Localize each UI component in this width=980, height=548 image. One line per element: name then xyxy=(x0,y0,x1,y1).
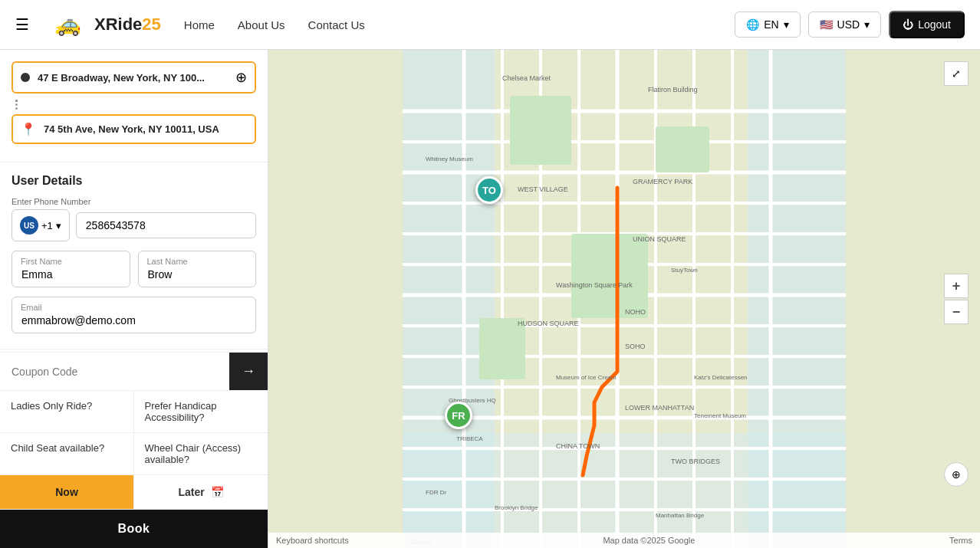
nav-about[interactable]: About Us xyxy=(238,18,285,31)
svg-text:Brooklyn Bridge: Brooklyn Bridge xyxy=(495,504,538,511)
menu-icon[interactable]: ☰ xyxy=(15,15,29,34)
coupon-input[interactable] xyxy=(0,355,229,389)
from-dot-icon xyxy=(21,73,30,82)
email-label: Email xyxy=(21,303,42,312)
flag-icon: US xyxy=(20,216,38,235)
svg-text:TWO BRIDGES: TWO BRIDGES xyxy=(671,458,720,465)
svg-text:Flatiron Building: Flatiron Building xyxy=(648,86,698,94)
map-terms-link[interactable]: Terms xyxy=(949,536,972,545)
logo-text: XRide25 xyxy=(94,15,161,34)
later-label: Later xyxy=(178,486,204,498)
locations-section: 47 E Broadway, New York, NY 100... ⊕ 📍 7… xyxy=(0,50,268,162)
header: ☰ 🚕 XRide25 Home About Us Contact Us 🌐 E… xyxy=(0,0,980,50)
svg-text:FDR Dr: FDR Dr xyxy=(426,489,446,496)
to-marker: TO xyxy=(475,176,503,204)
phone-input[interactable] xyxy=(76,212,256,238)
currency-chevron-icon: ▾ xyxy=(864,18,870,31)
svg-text:CHINA TOWN: CHINA TOWN xyxy=(556,442,600,450)
svg-text:Museum of Ice Cream: Museum of Ice Cream xyxy=(556,374,617,381)
from-aim-icon[interactable]: ⊕ xyxy=(235,69,247,86)
name-row: First Name Last Name xyxy=(12,251,256,287)
logout-button[interactable]: ⏻ Logout xyxy=(889,11,965,38)
ride-option-cell[interactable]: Ladies Only Ride? xyxy=(0,391,134,433)
svg-text:GRAMERCY PARK: GRAMERCY PARK xyxy=(633,178,692,185)
svg-text:Chelsea Market: Chelsea Market xyxy=(502,74,551,82)
left-panel: 47 E Broadway, New York, NY 100... ⊕ 📍 7… xyxy=(0,50,268,548)
svg-text:UNION SQUARE: UNION SQUARE xyxy=(633,235,686,243)
last-name-label: Last Name xyxy=(147,257,188,266)
power-icon: ⏻ xyxy=(903,18,913,31)
first-name-label: First Name xyxy=(21,257,62,266)
phone-field-label: Enter Phone Number xyxy=(12,197,256,206)
coupon-submit-button[interactable]: → xyxy=(229,353,268,390)
logo-number: 25 xyxy=(142,15,160,34)
nav-home[interactable]: Home xyxy=(184,18,215,31)
currency-selector[interactable]: 🇺🇸 USD ▾ xyxy=(808,11,882,38)
ride-option-cell[interactable]: Prefer Handicap Accessibility? xyxy=(134,391,268,433)
to-pin-icon: 📍 xyxy=(21,122,36,136)
map-container: Chelsea Market Flatiron Building Whitney… xyxy=(268,50,980,548)
email-input[interactable] xyxy=(12,297,256,333)
logo[interactable]: 🚕 XRide25 xyxy=(41,9,161,40)
svg-text:WEST VILLAGE: WEST VILLAGE xyxy=(518,185,568,193)
nav-contact[interactable]: Contact Us xyxy=(308,18,365,31)
logo-car-icon: 🚕 xyxy=(41,9,94,40)
book-button[interactable]: Book xyxy=(0,510,268,548)
svg-text:Washington Square Park: Washington Square Park xyxy=(556,281,633,289)
svg-text:Tenement Museum: Tenement Museum xyxy=(694,412,746,419)
zoom-out-button[interactable]: − xyxy=(944,300,968,324)
ride-options-grid: Ladies Only Ride?Prefer Handicap Accessi… xyxy=(0,391,268,475)
map-svg: Chelsea Market Flatiron Building Whitney… xyxy=(268,50,980,548)
main-content: 47 E Broadway, New York, NY 100... ⊕ 📍 7… xyxy=(0,50,980,548)
svg-text:HUDSON SQUARE: HUDSON SQUARE xyxy=(518,320,579,327)
globe-icon: 🌐 xyxy=(746,18,759,31)
logout-label: Logout xyxy=(918,18,951,31)
svg-rect-30 xyxy=(656,126,709,172)
svg-text:NOHO: NOHO xyxy=(625,308,646,316)
language-label: EN xyxy=(764,18,778,31)
zoom-in-button[interactable]: + xyxy=(944,274,968,298)
user-details-section: User Details Enter Phone Number US +1 ▾ … xyxy=(0,162,268,349)
fr-marker: FR xyxy=(445,402,472,429)
from-address: 47 E Broadway, New York, NY 100... xyxy=(38,72,228,84)
email-group: Email xyxy=(12,297,256,333)
from-location[interactable]: 47 E Broadway, New York, NY 100... ⊕ xyxy=(12,61,256,94)
first-name-group: First Name xyxy=(12,251,130,287)
svg-rect-3 xyxy=(403,433,846,548)
user-details-title: User Details xyxy=(12,174,256,188)
country-code-selector[interactable]: US +1 ▾ xyxy=(12,209,70,241)
header-actions: 🌐 EN ▾ 🇺🇸 USD ▾ ⏻ Logout xyxy=(735,11,965,38)
svg-text:LOWER MANHATTAN: LOWER MANHATTAN xyxy=(625,404,694,412)
coupon-row: → xyxy=(0,352,268,391)
country-chevron-icon: ▾ xyxy=(56,220,61,231)
map-keyboard-shortcuts[interactable]: Keyboard shortcuts xyxy=(276,536,349,545)
map-footer: Keyboard shortcuts Map data ©2025 Google… xyxy=(268,533,980,548)
svg-text:SOHO: SOHO xyxy=(625,343,646,350)
currency-label: USD xyxy=(837,18,860,31)
map-expand-button[interactable]: ⤢ xyxy=(944,61,968,86)
svg-text:Katz's Delicatessen: Katz's Delicatessen xyxy=(694,374,748,381)
map-zoom-controls: + − xyxy=(944,274,968,324)
main-nav: Home About Us Contact Us xyxy=(184,18,735,31)
lang-chevron-icon: ▾ xyxy=(784,18,789,31)
schedule-row: Now Later 📅 xyxy=(0,475,268,510)
last-name-group: Last Name xyxy=(138,251,257,287)
country-code-label: +1 xyxy=(41,220,53,231)
schedule-now-button[interactable]: Now xyxy=(0,475,133,509)
currency-flag-icon: 🇺🇸 xyxy=(820,18,833,31)
to-location[interactable]: 📍 74 5th Ave, New York, NY 10011, USA xyxy=(12,114,256,144)
map-panel: Chelsea Market Flatiron Building Whitney… xyxy=(268,50,980,548)
ride-option-cell[interactable]: Wheel Chair (Access) available? xyxy=(134,433,268,474)
svg-text:StuyTown: StuyTown xyxy=(671,267,698,274)
phone-row: US +1 ▾ xyxy=(12,209,256,241)
schedule-later-button[interactable]: Later 📅 xyxy=(133,475,268,509)
ride-option-cell[interactable]: Child Seat available? xyxy=(0,433,134,474)
map-locate-button[interactable]: ⊕ xyxy=(944,462,968,487)
language-selector[interactable]: 🌐 EN ▾ xyxy=(735,11,800,38)
svg-text:Whitney Museum: Whitney Museum xyxy=(426,156,473,162)
bottom-section: → Ladies Only Ride?Prefer Handicap Acces… xyxy=(0,352,268,548)
fr-marker-label: FR xyxy=(445,402,472,429)
calendar-icon: 📅 xyxy=(211,486,224,498)
map-data-attribution: Map data ©2025 Google xyxy=(603,536,695,545)
svg-rect-28 xyxy=(571,234,648,318)
